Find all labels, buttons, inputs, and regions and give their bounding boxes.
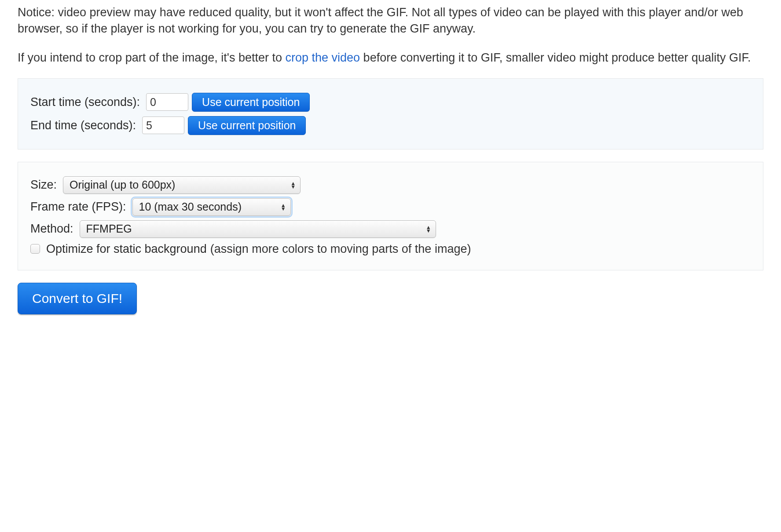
notice-block: Notice: video preview may have reduced q… xyxy=(18,4,763,66)
options-panel: Size: Original (up to 600px) ▲▼ Frame ra… xyxy=(18,162,763,270)
fps-select-value: 10 (max 30 seconds) xyxy=(139,200,242,213)
method-row: Method: FFMPEG ▲▼ xyxy=(30,220,751,238)
size-row: Size: Original (up to 600px) ▲▼ xyxy=(30,176,751,194)
start-time-row: Start time (seconds): Use current positi… xyxy=(30,93,751,112)
updown-icon: ▲▼ xyxy=(426,226,431,233)
start-use-current-button[interactable]: Use current position xyxy=(192,93,310,112)
optimize-hint: (assign more colors to moving parts of t… xyxy=(210,242,471,256)
end-time-label: End time (seconds): xyxy=(30,119,136,132)
method-select-value: FFMPEG xyxy=(86,222,132,235)
notice-paragraph-2: If you intend to crop part of the image,… xyxy=(18,50,763,66)
time-panel: Start time (seconds): Use current positi… xyxy=(18,78,763,149)
end-time-row: End time (seconds): Use current position xyxy=(30,116,751,135)
size-label: Size: xyxy=(30,178,57,192)
convert-button[interactable]: Convert to GIF! xyxy=(18,283,137,314)
optimize-label: Optimize for static background xyxy=(46,242,207,256)
optimize-row: Optimize for static background (assign m… xyxy=(30,242,751,256)
optimize-checkbox[interactable] xyxy=(30,244,40,254)
crop-video-link[interactable]: crop the video xyxy=(286,51,360,64)
notice-paragraph-1: Notice: video preview may have reduced q… xyxy=(18,4,763,37)
updown-icon: ▲▼ xyxy=(290,182,296,189)
method-label: Method: xyxy=(30,222,73,236)
method-select[interactable]: FFMPEG ▲▼ xyxy=(80,220,436,238)
fps-select[interactable]: 10 (max 30 seconds) ▲▼ xyxy=(132,198,291,216)
start-time-input[interactable] xyxy=(146,93,188,111)
end-use-current-button[interactable]: Use current position xyxy=(188,116,306,135)
updown-icon: ▲▼ xyxy=(281,204,286,211)
notice-p2-post: before converting it to GIF, smaller vid… xyxy=(360,51,751,64)
size-select-value: Original (up to 600px) xyxy=(70,179,175,191)
end-time-input[interactable] xyxy=(142,117,184,134)
fps-row: Frame rate (FPS): 10 (max 30 seconds) ▲▼ xyxy=(30,198,751,216)
fps-label: Frame rate (FPS): xyxy=(30,200,126,214)
start-time-label: Start time (seconds): xyxy=(30,95,140,109)
notice-p2-pre: If you intend to crop part of the image,… xyxy=(18,51,286,64)
size-select[interactable]: Original (up to 600px) ▲▼ xyxy=(63,176,301,194)
